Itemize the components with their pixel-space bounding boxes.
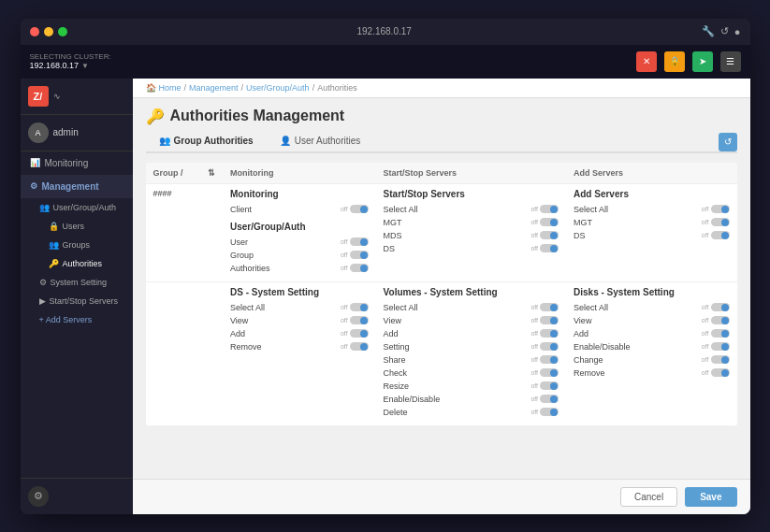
toggle-vol-setting[interactable]: off (530, 342, 559, 351)
toggle-disk-enable-disable[interactable]: off (702, 342, 730, 351)
breadcrumb-home[interactable]: Home (159, 83, 182, 93)
minimize-dot[interactable] (44, 27, 53, 36)
sidebar-label-system-setting: System Setting (51, 278, 108, 287)
toggle-disk-selectall[interactable]: off (702, 303, 730, 311)
toggle-user[interactable]: off (341, 237, 369, 246)
perm-row-vol-enable-disable: Enable/Disable off (384, 395, 559, 404)
sidebar-item-groups[interactable]: 👥 Groups (21, 236, 133, 254)
page-title: Authorities Management (170, 108, 345, 124)
toggle-disk-view[interactable]: off (702, 316, 730, 324)
title-icon-2: ↺ (720, 25, 729, 37)
start-stop-icon: ▶ (39, 296, 46, 306)
sidebar-settings-btn[interactable]: ⚙ (28, 486, 49, 507)
logo-box: Z/ (28, 86, 49, 107)
col-group: Group / ⇅ (146, 163, 224, 184)
table-area: Group / ⇅ Monitoring Start/Stop Servers … (133, 158, 750, 479)
toggle-ds-add[interactable]: off (341, 329, 369, 338)
perm-row-ss-selectall: Select All off (384, 205, 559, 214)
col-monitoring: Monitoring (223, 163, 376, 184)
toggle-vol-delete[interactable]: off (530, 408, 559, 416)
toggle-ss-mds[interactable]: off (530, 231, 559, 239)
sidebar-item-authorities[interactable]: 🔑 Authorities (21, 254, 133, 273)
perm-row-user: User off (230, 237, 369, 247)
cell-ds-system: DS - System Setting Select All off (223, 281, 376, 425)
save-button[interactable]: Save (685, 487, 736, 507)
toggle-vol-enable-disable[interactable]: off (530, 395, 559, 403)
cell-add-servers: Add Servers Select All off MGT (566, 183, 736, 281)
sidebar-item-start-stop[interactable]: ▶ Start/Stop Servers (21, 292, 133, 310)
perm-label-client: Client (230, 205, 337, 214)
disks-system-title: Disks - System Setting (574, 287, 729, 297)
toggle-authorities[interactable]: off (341, 264, 369, 272)
perm-label-authorities: Authorities (230, 264, 337, 273)
action-btn-send[interactable]: ➤ (692, 51, 713, 72)
perm-row-vol-view: View off (384, 316, 559, 325)
permissions-table: Group / ⇅ Monitoring Start/Stop Servers … (146, 163, 737, 426)
tab-user-authorities[interactable]: 👤 User Authorities (267, 130, 374, 153)
sidebar-item-users[interactable]: 🔒 Users (21, 217, 133, 236)
usergroupauth-icon: 👥 (39, 203, 50, 212)
perm-row-ds-view: View off (230, 316, 369, 325)
sidebar-item-system-setting[interactable]: ⚙ System Setting (21, 273, 133, 292)
app-window: 192.168.0.17 🔧 ↺ ● SELECTING CLUSTER: 19… (21, 19, 750, 514)
toggle-ds-view[interactable]: off (341, 316, 369, 324)
sidebar-label-management: Management (42, 181, 99, 192)
avatar: A (28, 122, 49, 143)
ds-system-title: DS - System Setting (230, 287, 369, 297)
close-dot[interactable] (30, 27, 39, 36)
action-btn-close[interactable]: ✕ (636, 51, 657, 72)
toggle-ds-selectall[interactable]: off (341, 303, 369, 311)
title-icon-1: 🔧 (702, 25, 715, 37)
tab-group-authorities[interactable]: 👥 Group Authorities (146, 130, 267, 153)
cell-group-name: #### (146, 183, 224, 281)
toggle-disk-change[interactable]: off (702, 355, 730, 364)
breadcrumb-management[interactable]: Management (189, 83, 239, 93)
sidebar-item-management[interactable]: ⚙ Management (21, 175, 133, 198)
toggle-vol-selectall[interactable]: off (530, 303, 559, 311)
cell-monitoring: Monitoring Client off User/Group/A (223, 183, 376, 281)
page-header: 🔑 Authorities Management (133, 98, 750, 130)
toggle-group[interactable]: off (341, 251, 369, 259)
toggle-vol-resize[interactable]: off (530, 381, 559, 390)
breadcrumb-current: Authorities (317, 83, 357, 93)
toggle-disk-remove[interactable]: off (702, 368, 730, 377)
sidebar-label-usergroupauth: User/Group/Auth (53, 203, 117, 212)
perm-row-vol-resize: Resize off (384, 381, 559, 391)
perm-row-as-selectall: Select All off (574, 205, 729, 214)
toggle-client[interactable]: off (341, 205, 369, 213)
user-section: A admin (21, 115, 133, 151)
toggle-disk-add[interactable]: off (702, 329, 730, 338)
toggle-ds-remove[interactable]: off (341, 342, 369, 351)
ugauth-title: User/Group/Auth (230, 222, 369, 232)
title-bar: 192.168.0.17 🔧 ↺ ● (21, 19, 750, 45)
perm-row-ds-remove: Remove off (230, 342, 369, 352)
perm-row-disk-view: View off (574, 316, 729, 325)
toggle-ss-ds[interactable]: off (530, 244, 559, 252)
action-btn-lock[interactable]: 🔒 (664, 51, 685, 72)
toggle-vol-add[interactable]: off (530, 329, 559, 338)
sidebar-item-add-servers[interactable]: + Add Servers (21, 310, 133, 329)
refresh-button[interactable]: ↺ (719, 133, 737, 151)
toggle-as-mgt[interactable]: off (702, 218, 730, 226)
system-setting-icon: ⚙ (39, 278, 47, 287)
toggle-vol-view[interactable]: off (530, 316, 559, 324)
cancel-button[interactable]: Cancel (620, 487, 677, 507)
toggle-ss-selectall[interactable]: off (530, 205, 559, 213)
add-servers-label: + Add Servers (39, 315, 93, 324)
perm-row-disk-change: Change off (574, 355, 729, 365)
toggle-vol-share[interactable]: off (530, 355, 559, 364)
toggle-ss-mgt[interactable]: off (530, 218, 559, 226)
footer-bar: Cancel Save (133, 479, 750, 514)
perm-row-group: Group off (230, 251, 369, 260)
breadcrumb-usergroupauth[interactable]: User/Group/Auth (246, 83, 310, 93)
perm-row-authorities: Authorities off (230, 264, 369, 273)
toggle-vol-check[interactable]: off (530, 368, 559, 377)
toggle-as-selectall[interactable]: off (702, 205, 730, 213)
maximize-dot[interactable] (58, 27, 67, 36)
sidebar-item-monitoring[interactable]: 📊 Monitoring (21, 151, 133, 175)
username: admin (53, 127, 79, 137)
perm-row-vol-delete: Delete off (384, 408, 559, 417)
action-btn-menu[interactable]: ☰ (720, 51, 741, 72)
toggle-as-ds[interactable]: off (702, 231, 730, 239)
sidebar-item-usergroupauth[interactable]: 👥 User/Group/Auth (21, 198, 133, 217)
